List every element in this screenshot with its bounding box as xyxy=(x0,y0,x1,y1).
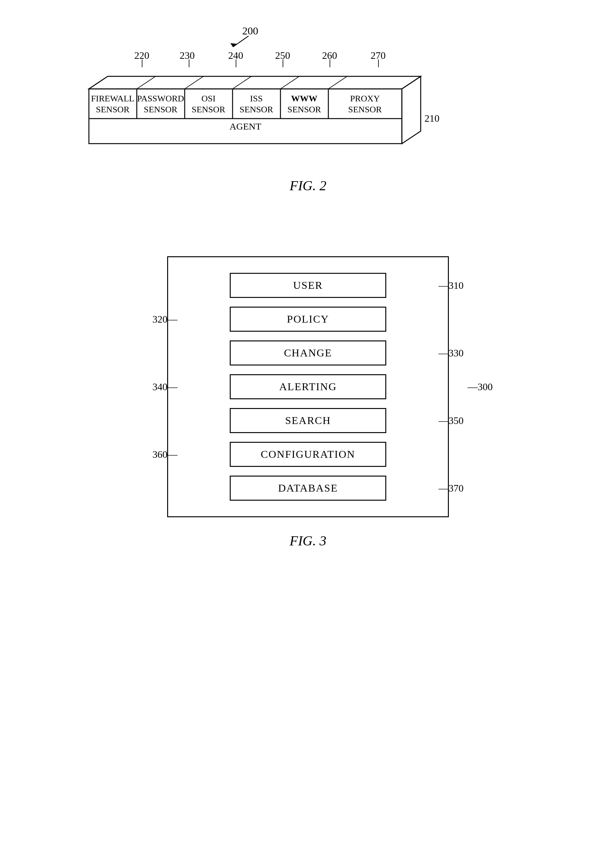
fig3-outer-box: USER —310 320— POLICY CHANGE —330 xyxy=(167,256,449,517)
cell-firewall-line2: SENSOR xyxy=(96,104,129,114)
fig3-box-policy: POLICY xyxy=(230,307,386,332)
ref-250: 250 xyxy=(275,50,290,61)
cell-iss-line2: SENSOR xyxy=(240,104,273,114)
fig3-box-database: DATABASE xyxy=(230,476,386,500)
fig3-item-policy: 320— POLICY xyxy=(187,307,429,332)
fig3-label-search: SEARCH xyxy=(285,415,331,426)
fig3-diagram-wrapper: —300 USER —310 320— POLICY xyxy=(167,256,449,517)
ref-350: —350 xyxy=(439,415,464,426)
ref-270: 270 xyxy=(370,50,386,61)
cell-proxy-line1: PROXY xyxy=(350,93,380,103)
ref-220: 220 xyxy=(134,50,149,61)
ref-200-label: 200 xyxy=(242,25,258,37)
agent-label: AGENT xyxy=(229,121,261,131)
fig3-box-configuration: CONFIGURATION xyxy=(230,442,386,467)
ref-340: 340— xyxy=(152,381,177,393)
fig2-caption-text: FIG. 2 xyxy=(289,178,326,193)
ref-310: —310 xyxy=(439,280,464,291)
fig3-label-change: CHANGE xyxy=(284,347,332,359)
ref-210: 210 xyxy=(425,113,439,124)
cell-firewall-line1: FIREWALL xyxy=(91,93,134,103)
fig3-caption: FIG. 3 xyxy=(289,533,326,549)
fig3-box-search: SEARCH xyxy=(230,408,386,433)
cell-proxy-line2: SENSOR xyxy=(348,104,382,114)
ref-300: —300 xyxy=(468,381,493,393)
ref-370: —370 xyxy=(439,482,464,494)
fig3-item-database: DATABASE —370 xyxy=(187,476,429,500)
ref-360: 360— xyxy=(152,449,177,460)
fig3-section: —300 USER —310 320— POLICY xyxy=(89,256,527,549)
cell-www-line2: SENSOR xyxy=(287,104,321,114)
fig3-label-alerting: ALERTING xyxy=(279,381,337,392)
fig2-diagram: FIREWALL SENSOR PASSWORD SENSOR OSI SENS… xyxy=(89,76,527,165)
fig3-box-user: USER xyxy=(230,273,386,298)
fig3-box-change: CHANGE xyxy=(230,340,386,365)
fig3-label-database: DATABASE xyxy=(278,482,338,494)
fig2-section: 200 220 230 240 250 26 xyxy=(89,25,527,194)
page: 200 220 230 240 250 26 xyxy=(0,0,616,858)
cell-iss-line1: ISS xyxy=(250,93,263,103)
fig3-label-user: USER xyxy=(293,280,323,291)
ref-320: 320— xyxy=(152,314,177,325)
fig3-item-configuration: 360— CONFIGURATION xyxy=(187,442,429,467)
fig3-caption-text: FIG. 3 xyxy=(289,533,326,549)
fig3-item-search: SEARCH —350 xyxy=(187,408,429,433)
fig3-label-policy: POLICY xyxy=(287,313,329,325)
cell-www-line1: WWW xyxy=(291,93,317,103)
fig2-caption: FIG. 2 xyxy=(89,178,527,194)
fig3-box-alerting: ALERTING xyxy=(230,374,386,399)
ref-240: 240 xyxy=(228,50,243,61)
ref-230: 230 xyxy=(180,50,195,61)
svg-line-0 xyxy=(233,36,249,47)
cell-osi-line1: OSI xyxy=(201,93,215,103)
cell-osi-line2: SENSOR xyxy=(191,104,226,114)
fig3-item-alerting: 340— ALERTING xyxy=(187,374,429,399)
fig3-label-configuration: CONFIGURATION xyxy=(261,448,355,460)
fig3-item-user: USER —310 xyxy=(187,273,429,298)
ref-330: —330 xyxy=(439,347,464,359)
fig3-item-change: CHANGE —330 xyxy=(187,340,429,365)
svg-marker-16 xyxy=(89,76,421,89)
ref-260: 260 xyxy=(322,50,337,61)
cell-password-line1: PASSWORD xyxy=(137,93,184,103)
cell-password-line2: SENSOR xyxy=(144,104,177,114)
